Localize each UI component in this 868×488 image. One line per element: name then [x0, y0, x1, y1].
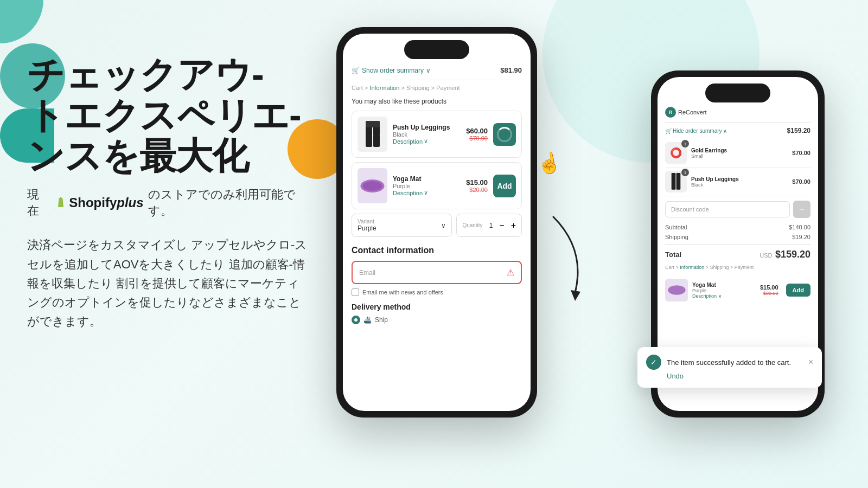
svg-rect-4 — [366, 121, 380, 127]
cart-icon: 🛒 — [352, 67, 360, 74]
svg-point-11 — [668, 285, 685, 295]
rp-total-header: $159.20 — [787, 127, 810, 134]
email-input[interactable]: Email ⚠ — [352, 261, 522, 284]
toast-message: The item successfully added to the cart. — [667, 358, 791, 367]
product-variant-leggings: Black — [393, 131, 461, 138]
rp-leggings-icon — [671, 173, 681, 190]
email-opt-in-row: Email me with news and offers — [352, 288, 522, 296]
product-desc-yoga: Description ∨ — [393, 189, 461, 196]
rp-item-image-leggings: 1 — [665, 171, 687, 192]
total-row: Total USD $159.20 — [665, 244, 810, 260]
annotation-arrow — [521, 206, 629, 314]
delivery-option-row: 🚢 Ship — [352, 316, 522, 324]
rp-item-price-earrings: $70.00 — [792, 150, 810, 156]
left-section: チェックアウ- トエクスペリエ- ンスを最大化 現在 Shopifyplus の… — [27, 54, 309, 331]
quantity-control: Quantity 1 − + — [456, 214, 522, 237]
rp-item-info-earrings: Gold Earrings Small — [691, 147, 788, 159]
product-pricing-yoga: $15.00 $20.00 — [466, 178, 488, 193]
variant-select[interactable]: Variant Purple ∨ — [352, 214, 452, 237]
bg-decoration-teal-topleft — [0, 0, 43, 43]
rp-order-summary-row: 🛒 Hide order summary ∧ $159.20 — [665, 127, 810, 134]
discount-input[interactable]: Discount code — [665, 201, 790, 217]
price-old-leggings: $70.00 — [466, 135, 488, 142]
phone-left-notch — [404, 40, 469, 59]
product-info-yoga: Yoga Mat Purple Description ∨ — [393, 175, 461, 196]
shopify-line: 現在 Shopifyplus のストアでのみ利用可能です。 — [27, 187, 309, 219]
chevron-down-icon: ∨ — [424, 138, 428, 145]
product-card-leggings: Push Up Leggings Black Description ∨ $60… — [352, 111, 522, 158]
contact-title: Contact information — [352, 246, 522, 255]
subtotal-row: Subtotal $140.00 — [665, 222, 810, 232]
rp-yoga-desc: Description ∨ — [692, 293, 756, 299]
price-old-yoga: $20.00 — [466, 187, 488, 193]
svg-rect-2 — [366, 135, 372, 147]
rp-yoga-image — [665, 279, 688, 301]
checkout-ui: 🛒 Show order summary ∨ $81.90 Cart > Inf… — [343, 34, 531, 246]
delivery-title: Delivery method — [352, 303, 522, 311]
product-name-leggings: Push Up Leggings — [393, 124, 461, 131]
svg-point-6 — [363, 181, 382, 191]
rp-yoga-product: Yoga Mat Purple Description ∨ $15.00 $20… — [665, 274, 810, 306]
product-info-leggings: Push Up Leggings Black Description ∨ — [393, 124, 461, 145]
svg-rect-9 — [672, 182, 676, 190]
quantity-increase[interactable]: + — [511, 221, 516, 230]
chevron-down-icon: ∨ — [441, 222, 446, 229]
product-pricing-leggings: $60.00 $70.00 — [466, 127, 488, 142]
success-toast: ✓ The item successfully added to the car… — [637, 347, 822, 388]
main-title: チェックアウ- トエクスペリエ- ンスを最大化 — [27, 54, 309, 176]
product-variant-yoga: Purple — [393, 183, 461, 189]
chevron-up-icon: ∧ — [723, 128, 727, 134]
rp-item-price-leggings: $70.00 — [792, 178, 810, 185]
rp-item-info-leggings: Push Up Leggings Black — [691, 176, 788, 188]
breadcrumb: Cart > Information > Shipping > Payment — [352, 85, 522, 91]
loading-button-leggings[interactable] — [493, 123, 516, 146]
rp-yoga-price: $15.00 $20.00 — [760, 284, 778, 296]
price-new-leggings: $60.00 — [466, 127, 488, 135]
rp-item-earrings: ⭕ 1 Gold Earrings Small $70.00 — [665, 139, 810, 168]
email-opt-in-checkbox[interactable] — [352, 288, 359, 296]
description: 決済ページをカスタマイズし アップセルやクロ-スセルを追加してAOVを大きくした… — [27, 235, 309, 331]
phone-right-notch — [705, 84, 770, 102]
product-image-yoga — [358, 168, 387, 203]
reconvert-logo: R ReConvert — [665, 107, 707, 118]
phone-left: 🛒 Show order summary ∨ $81.90 Cart > Inf… — [336, 27, 537, 418]
item-badge-earrings: 1 — [681, 140, 689, 147]
svg-rect-3 — [373, 135, 380, 147]
svg-rect-7 — [672, 173, 676, 183]
phone-left-screen: 🛒 Show order summary ∨ $81.90 Cart > Inf… — [343, 34, 531, 411]
right-phone-ui: R ReConvert 🛒 Hide order summary ∧ $159.… — [658, 77, 818, 313]
toast-header: ✓ The item successfully added to the car… — [646, 355, 813, 370]
quantity-decrease[interactable]: − — [499, 221, 504, 230]
hide-summary-button[interactable]: 🛒 Hide order summary ∧ — [665, 128, 727, 134]
order-price: $81.90 — [500, 66, 522, 74]
rp-breadcrumb: Cart > Information > Shipping > Payment — [665, 265, 810, 270]
total-amount-container: USD $159.20 — [760, 249, 810, 260]
discount-row: Discount code → — [665, 201, 810, 218]
toast-check-icon: ✓ — [646, 355, 661, 370]
chevron-down-icon: ∨ — [424, 189, 428, 196]
delivery-radio[interactable] — [352, 316, 360, 324]
rp-item-leggings: 1 Push Up Leggings Black $70.00 — [665, 168, 810, 196]
shopify-logo: Shopifyplus — [54, 195, 143, 210]
rp-yoga-info: Yoga Mat Purple Description ∨ — [692, 282, 756, 299]
svg-rect-8 — [676, 173, 681, 183]
ship-icon: 🚢 — [363, 316, 372, 324]
leggings-icon — [365, 121, 381, 148]
shopify-icon — [54, 196, 67, 209]
spinner-icon — [497, 127, 512, 142]
quantity-value: 1 — [489, 222, 493, 229]
contact-section: Contact information Email ⚠ Email me wit… — [343, 246, 531, 333]
rp-item-image-earrings: ⭕ 1 — [665, 142, 687, 164]
item-badge-leggings: 1 — [681, 169, 689, 176]
toast-close-button[interactable]: × — [808, 357, 813, 367]
order-summary-button[interactable]: 🛒 Show order summary ∨ — [352, 67, 431, 74]
svg-rect-10 — [676, 182, 681, 190]
toast-undo-button[interactable]: Undo — [667, 372, 813, 380]
rp-add-yoga-button[interactable]: Add — [786, 284, 810, 297]
email-error-icon: ⚠ — [507, 267, 514, 278]
discount-apply-button[interactable]: → — [793, 201, 810, 218]
yoga-mat-icon — [360, 178, 385, 194]
shipping-row: Shipping $19.20 — [665, 232, 810, 242]
add-button-yoga[interactable]: Add — [493, 175, 516, 197]
cursor-hand: ☝️ — [535, 150, 564, 176]
